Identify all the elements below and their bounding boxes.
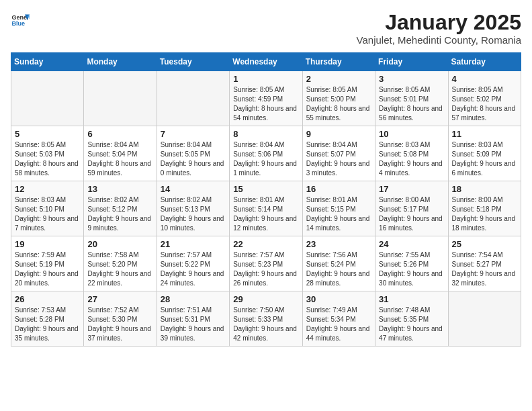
- calendar-cell: 12Sunrise: 8:03 AM Sunset: 5:10 PM Dayli…: [11, 181, 84, 236]
- day-info: Sunrise: 7:58 AM Sunset: 5:20 PM Dayligh…: [87, 250, 152, 288]
- day-info: Sunrise: 7:48 AM Sunset: 5:35 PM Dayligh…: [379, 306, 444, 343]
- day-info: Sunrise: 8:02 AM Sunset: 5:13 PM Dayligh…: [161, 195, 226, 233]
- calendar-cell: 19Sunrise: 7:59 AM Sunset: 5:19 PM Dayli…: [11, 236, 84, 291]
- calendar-cell: 10Sunrise: 8:03 AM Sunset: 5:08 PM Dayli…: [375, 126, 448, 181]
- day-number: 2: [306, 74, 371, 84]
- calendar-cell: 27Sunrise: 7:52 AM Sunset: 5:30 PM Dayli…: [84, 291, 157, 347]
- day-number: 21: [161, 239, 226, 249]
- day-number: 4: [452, 74, 517, 84]
- logo: General Blue: [11, 11, 30, 30]
- day-number: 13: [87, 184, 152, 194]
- logo-icon: General Blue: [11, 11, 30, 30]
- day-info: Sunrise: 8:01 AM Sunset: 5:14 PM Dayligh…: [233, 195, 298, 233]
- day-number: 14: [161, 184, 226, 194]
- day-number: 1: [233, 74, 298, 84]
- day-number: 27: [87, 294, 152, 304]
- calendar-cell: 31Sunrise: 7:48 AM Sunset: 5:35 PM Dayli…: [375, 291, 448, 347]
- day-number: 29: [233, 294, 298, 304]
- day-info: Sunrise: 7:59 AM Sunset: 5:19 PM Dayligh…: [15, 250, 80, 288]
- calendar-cell: 11Sunrise: 8:03 AM Sunset: 5:09 PM Dayli…: [448, 126, 521, 181]
- weekday-wednesday: Wednesday: [230, 53, 302, 71]
- calendar-week-2: 12Sunrise: 8:03 AM Sunset: 5:10 PM Dayli…: [11, 181, 521, 236]
- calendar-cell: 7Sunrise: 8:04 AM Sunset: 5:05 PM Daylig…: [157, 126, 229, 181]
- calendar-cell: 28Sunrise: 7:51 AM Sunset: 5:31 PM Dayli…: [157, 291, 229, 347]
- day-info: Sunrise: 8:03 AM Sunset: 5:09 PM Dayligh…: [452, 140, 517, 178]
- calendar-week-0: 1Sunrise: 8:05 AM Sunset: 4:59 PM Daylig…: [11, 71, 521, 126]
- day-info: Sunrise: 7:50 AM Sunset: 5:33 PM Dayligh…: [233, 306, 298, 343]
- day-info: Sunrise: 8:01 AM Sunset: 5:15 PM Dayligh…: [306, 195, 371, 233]
- calendar-cell: [157, 71, 229, 126]
- day-number: 25: [452, 239, 517, 249]
- weekday-thursday: Thursday: [302, 53, 375, 71]
- day-number: 12: [15, 184, 80, 194]
- title-area: January 2025 Vanjulet, Mehedinti County,…: [357, 11, 521, 46]
- day-number: 28: [161, 294, 226, 304]
- day-info: Sunrise: 8:03 AM Sunset: 5:10 PM Dayligh…: [15, 195, 80, 233]
- day-number: 5: [15, 129, 80, 139]
- calendar-week-1: 5Sunrise: 8:05 AM Sunset: 5:03 PM Daylig…: [11, 126, 521, 181]
- day-info: Sunrise: 8:04 AM Sunset: 5:04 PM Dayligh…: [87, 140, 152, 178]
- calendar-cell: 9Sunrise: 8:04 AM Sunset: 5:07 PM Daylig…: [302, 126, 375, 181]
- calendar-cell: 13Sunrise: 8:02 AM Sunset: 5:12 PM Dayli…: [84, 181, 157, 236]
- day-info: Sunrise: 8:03 AM Sunset: 5:08 PM Dayligh…: [379, 140, 444, 178]
- day-number: 6: [87, 129, 152, 139]
- weekday-friday: Friday: [375, 53, 448, 71]
- day-number: 22: [233, 239, 298, 249]
- day-info: Sunrise: 7:54 AM Sunset: 5:27 PM Dayligh…: [452, 250, 517, 288]
- day-info: Sunrise: 7:49 AM Sunset: 5:34 PM Dayligh…: [306, 306, 371, 343]
- calendar-week-3: 19Sunrise: 7:59 AM Sunset: 5:19 PM Dayli…: [11, 236, 521, 291]
- day-number: 3: [379, 74, 444, 84]
- day-info: Sunrise: 7:56 AM Sunset: 5:24 PM Dayligh…: [306, 250, 371, 288]
- calendar-cell: 29Sunrise: 7:50 AM Sunset: 5:33 PM Dayli…: [230, 291, 302, 347]
- weekday-monday: Monday: [84, 53, 157, 71]
- day-info: Sunrise: 8:05 AM Sunset: 4:59 PM Dayligh…: [233, 85, 298, 123]
- calendar-table: Sunday Monday Tuesday Wednesday Thursday…: [11, 52, 521, 347]
- calendar-cell: 6Sunrise: 8:04 AM Sunset: 5:04 PM Daylig…: [84, 126, 157, 181]
- day-info: Sunrise: 8:04 AM Sunset: 5:05 PM Dayligh…: [161, 140, 226, 178]
- day-info: Sunrise: 7:57 AM Sunset: 5:22 PM Dayligh…: [161, 250, 226, 288]
- day-number: 19: [15, 239, 80, 249]
- calendar-cell: 1Sunrise: 8:05 AM Sunset: 4:59 PM Daylig…: [230, 71, 302, 126]
- day-number: 17: [379, 184, 444, 194]
- day-info: Sunrise: 8:05 AM Sunset: 5:03 PM Dayligh…: [15, 140, 80, 178]
- day-number: 30: [306, 294, 371, 304]
- calendar-cell: 15Sunrise: 8:01 AM Sunset: 5:14 PM Dayli…: [230, 181, 302, 236]
- day-info: Sunrise: 8:02 AM Sunset: 5:12 PM Dayligh…: [87, 195, 152, 233]
- calendar-cell: 18Sunrise: 8:00 AM Sunset: 5:18 PM Dayli…: [448, 181, 521, 236]
- day-info: Sunrise: 8:05 AM Sunset: 5:02 PM Dayligh…: [452, 85, 517, 123]
- calendar-cell: 20Sunrise: 7:58 AM Sunset: 5:20 PM Dayli…: [84, 236, 157, 291]
- calendar-cell: [84, 71, 157, 126]
- calendar-cell: [448, 291, 521, 347]
- calendar-cell: 25Sunrise: 7:54 AM Sunset: 5:27 PM Dayli…: [448, 236, 521, 291]
- day-number: 10: [379, 129, 444, 139]
- day-number: 24: [379, 239, 444, 249]
- calendar-week-4: 26Sunrise: 7:53 AM Sunset: 5:28 PM Dayli…: [11, 291, 521, 347]
- calendar-cell: [11, 71, 84, 126]
- calendar-cell: 14Sunrise: 8:02 AM Sunset: 5:13 PM Dayli…: [157, 181, 229, 236]
- calendar-subtitle: Vanjulet, Mehedinti County, Romania: [357, 34, 521, 46]
- day-number: 23: [306, 239, 371, 249]
- day-info: Sunrise: 7:57 AM Sunset: 5:23 PM Dayligh…: [233, 250, 298, 288]
- calendar-cell: 26Sunrise: 7:53 AM Sunset: 5:28 PM Dayli…: [11, 291, 84, 347]
- weekday-row: Sunday Monday Tuesday Wednesday Thursday…: [11, 53, 521, 71]
- day-info: Sunrise: 8:00 AM Sunset: 5:17 PM Dayligh…: [379, 195, 444, 233]
- day-info: Sunrise: 7:52 AM Sunset: 5:30 PM Dayligh…: [87, 306, 152, 343]
- calendar-cell: 30Sunrise: 7:49 AM Sunset: 5:34 PM Dayli…: [302, 291, 375, 347]
- day-info: Sunrise: 8:05 AM Sunset: 5:01 PM Dayligh…: [379, 85, 444, 123]
- header: General Blue January 2025 Vanjulet, Mehe…: [11, 11, 521, 46]
- day-number: 26: [15, 294, 80, 304]
- calendar-cell: 22Sunrise: 7:57 AM Sunset: 5:23 PM Dayli…: [230, 236, 302, 291]
- day-info: Sunrise: 7:51 AM Sunset: 5:31 PM Dayligh…: [161, 306, 226, 343]
- calendar-header: Sunday Monday Tuesday Wednesday Thursday…: [11, 53, 521, 71]
- day-number: 31: [379, 294, 444, 304]
- weekday-saturday: Saturday: [448, 53, 521, 71]
- day-number: 9: [306, 129, 371, 139]
- calendar-cell: 5Sunrise: 8:05 AM Sunset: 5:03 PM Daylig…: [11, 126, 84, 181]
- calendar-cell: 24Sunrise: 7:55 AM Sunset: 5:26 PM Dayli…: [375, 236, 448, 291]
- calendar-cell: 23Sunrise: 7:56 AM Sunset: 5:24 PM Dayli…: [302, 236, 375, 291]
- weekday-sunday: Sunday: [11, 53, 84, 71]
- day-info: Sunrise: 8:05 AM Sunset: 5:00 PM Dayligh…: [306, 85, 371, 123]
- day-info: Sunrise: 8:00 AM Sunset: 5:18 PM Dayligh…: [452, 195, 517, 233]
- calendar-cell: 17Sunrise: 8:00 AM Sunset: 5:17 PM Dayli…: [375, 181, 448, 236]
- day-info: Sunrise: 7:55 AM Sunset: 5:26 PM Dayligh…: [379, 250, 444, 288]
